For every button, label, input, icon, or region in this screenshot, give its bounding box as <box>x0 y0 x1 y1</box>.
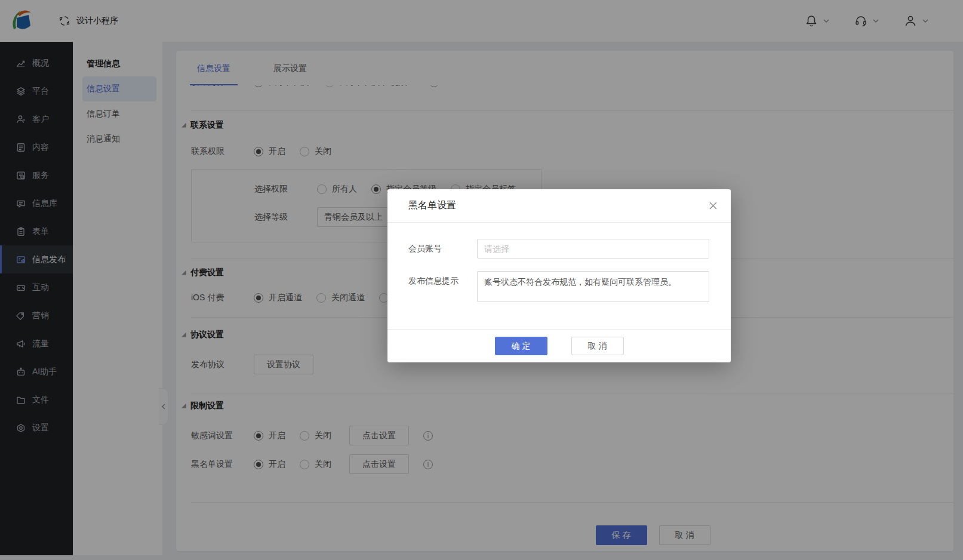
publish-tip-row: 发布信息提示 账号状态不符合发布规范，如有疑问可联系管理员。 <box>408 271 716 302</box>
modal-header: 黑名单设置 <box>387 189 731 223</box>
modal-cancel-button[interactable]: 取 消 <box>571 337 624 355</box>
member-account-input[interactable] <box>477 239 709 259</box>
field-label: 会员账号 <box>408 239 477 259</box>
close-button[interactable] <box>706 199 720 213</box>
field-label: 发布信息提示 <box>408 271 477 302</box>
close-icon <box>709 201 718 210</box>
confirm-button[interactable]: 确 定 <box>495 337 547 355</box>
publish-tip-textarea[interactable]: 账号状态不符合发布规范，如有疑问可联系管理员。 <box>477 271 709 302</box>
modal-title: 黑名单设置 <box>408 199 456 212</box>
modal-body: 会员账号 发布信息提示 账号状态不符合发布规范，如有疑问可联系管理员。 <box>387 223 731 302</box>
blacklist-settings-modal: 黑名单设置 会员账号 发布信息提示 账号状态不符合发布规范，如有疑问可联系管理员… <box>387 189 731 362</box>
member-account-row: 会员账号 <box>408 239 716 259</box>
modal-footer: 确 定 取 消 <box>387 329 731 362</box>
